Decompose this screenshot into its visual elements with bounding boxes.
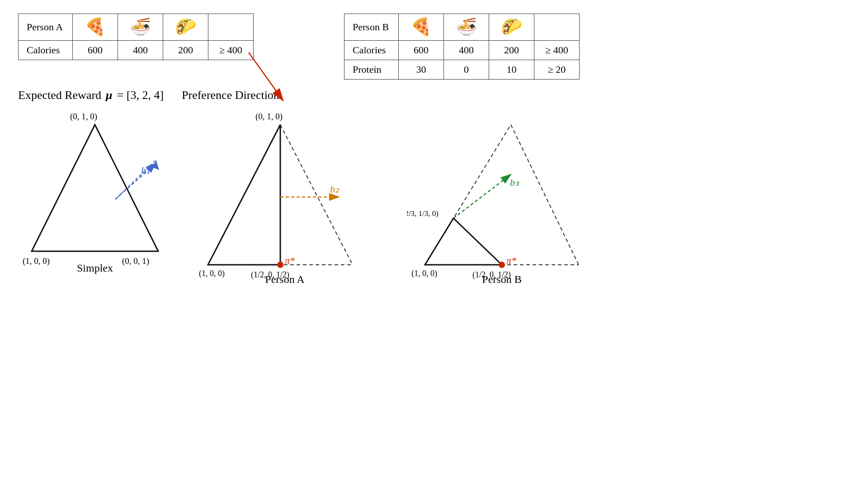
- svg-line-9: [249, 52, 283, 100]
- reward-label-prefix: Expected Reward: [18, 89, 101, 102]
- tables-row: Person A 🍕 🍜 🌮 Calories 600 400: [18, 14, 850, 80]
- person-b-empty-header: [534, 14, 580, 41]
- persona-top-label: (0, 1, 0): [255, 112, 283, 122]
- svg-line-20: [453, 174, 511, 218]
- red-arrow-svg: [244, 48, 289, 107]
- svg-line-11: [280, 125, 353, 265]
- person-b-taco-icon: 🌮: [489, 14, 534, 41]
- person-b-cal-constraint: ≥ 400: [534, 40, 580, 60]
- person-b-title: Person B: [344, 14, 399, 41]
- person-a-diagram: π* b₂ (0, 1, 0) (1, 0, 0) (1/2, 0, 1/2) …: [199, 107, 380, 286]
- person-a-taco-icon: 🌮: [163, 14, 208, 41]
- person-b-prot-taco: 10: [489, 60, 534, 79]
- person-a-noodles-icon: 🍜: [118, 14, 163, 41]
- person-b-pizza-icon: 🍕: [399, 14, 444, 41]
- person-b-prot-constraint: ≥ 20: [534, 60, 580, 79]
- simplex-svg: (0, 1, 0) (1, 0, 0) (0, 0, 1): [18, 107, 172, 274]
- person-a-pizza-icon: 🍕: [73, 14, 118, 41]
- reward-row: Expected Reward μ = [3, 2, 4] Preference…: [18, 89, 850, 102]
- person-b-cal-pizza: 600: [399, 40, 444, 60]
- red-arrow: [244, 48, 289, 109]
- person-b-noodles-icon: 🍜: [444, 14, 489, 41]
- persona-bl-label: (1, 0, 0): [199, 269, 225, 278]
- simplex-br-label: (0, 0, 1): [122, 256, 149, 266]
- personb-bl-label: (1, 0, 0): [411, 269, 437, 278]
- person-b-cal-noodles: 400: [444, 40, 489, 60]
- simplex-top-label: (0, 1, 0): [70, 112, 97, 122]
- pi-star-a-label: π*: [285, 255, 295, 266]
- person-a-cal-pizza: 600: [73, 40, 118, 60]
- person-b-diagram: π* b₃ (2/3, 1/3, 0) (1, 0, 0) (1/2, 0, 1…: [407, 107, 597, 286]
- mu-symbol: μ: [106, 89, 112, 102]
- person-b-svg: π* b₃ (2/3, 1/3, 0) (1, 0, 0) (1/2, 0, 1…: [407, 107, 597, 283]
- person-a-empty-header: [208, 14, 254, 41]
- person-b-cal-taco: 200: [489, 40, 534, 60]
- person-a-title: Person A: [19, 14, 73, 41]
- svg-marker-0: [32, 125, 158, 251]
- b3-label: b₃: [510, 177, 519, 188]
- pi-star-b-label: π*: [506, 255, 516, 266]
- person-a-table: Person A 🍕 🍜 🌮 Calories 600 400: [18, 14, 254, 60]
- simplex-bl-label: (1, 0, 0): [23, 256, 50, 266]
- b2-label: b₂: [330, 183, 340, 195]
- simplex-diagram-label: Simplex: [77, 262, 113, 274]
- person-b-calories-label: Calories: [344, 40, 399, 60]
- mu-value: = [3, 2, 4]: [117, 89, 164, 102]
- person-a-cal-taco: 200: [163, 40, 208, 60]
- pi-star-a: [277, 262, 283, 268]
- person-a-table-container: Person A 🍕 🍜 🌮 Calories 600 400: [18, 14, 254, 80]
- person-a-cal-noodles: 400: [118, 40, 163, 60]
- b1-label: b₁: [141, 164, 150, 176]
- personb-top-label: (2/3, 1/3, 0): [407, 209, 439, 218]
- diagrams-row: (0, 1, 0) (1, 0, 0) (0, 0, 1): [18, 107, 850, 286]
- person-b-prot-noodles: 0: [444, 60, 489, 79]
- personb-diagram-label: Person B: [482, 273, 521, 283]
- person-b-protein-label: Protein: [344, 60, 399, 79]
- person-a-svg: π* b₂ (0, 1, 0) (1, 0, 0) (1/2, 0, 1/2) …: [199, 107, 380, 283]
- svg-marker-13: [208, 125, 280, 265]
- svg-line-16: [511, 125, 579, 265]
- person-b-table: Person B 🍕 🍜 🌮 Calories 600 400: [344, 14, 580, 80]
- persona-diagram-label: Person A: [265, 273, 305, 283]
- main-container: Person A 🍕 🍜 🌮 Calories 600 400: [0, 0, 868, 488]
- simplex-diagram: (0, 1, 0) (1, 0, 0) (0, 0, 1): [18, 107, 172, 277]
- svg-marker-19: [425, 218, 502, 265]
- person-b-table-container: Person B 🍕 🍜 🌮 Calories 600 400: [344, 14, 580, 80]
- person-a-calories-label: Calories: [19, 40, 73, 60]
- pi-star-b: [499, 262, 505, 268]
- person-b-prot-pizza: 30: [399, 60, 444, 79]
